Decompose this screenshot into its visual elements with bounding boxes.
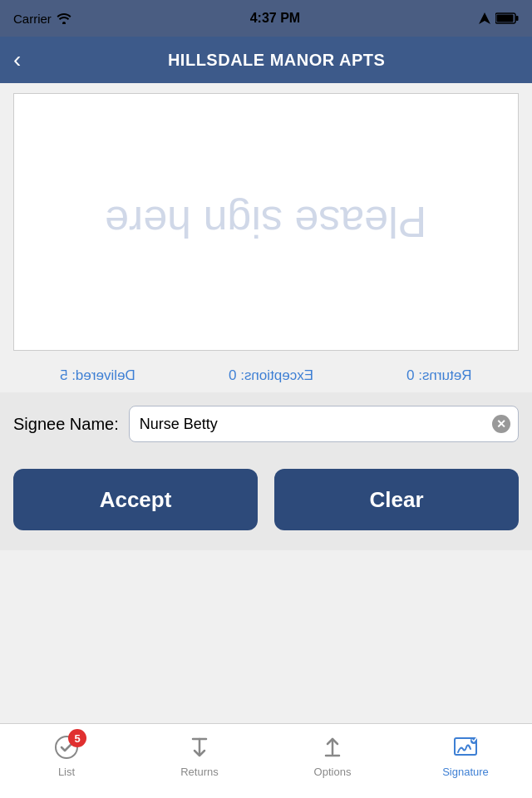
carrier-text: Carrier xyxy=(13,12,52,26)
signee-clear-icon[interactable]: ✕ xyxy=(492,415,510,433)
signature-canvas[interactable]: Please sign here xyxy=(13,93,519,351)
signature-placeholder: Please sign here xyxy=(105,197,426,247)
signature-tab-icon-wrap xyxy=(451,732,480,762)
options-tab-icon-wrap xyxy=(318,732,347,762)
returns-tab-icon-wrap xyxy=(185,732,214,762)
delivered-stat: Delivered: 5 xyxy=(60,367,135,384)
list-tab-icon-wrap: 5 xyxy=(52,732,81,762)
svg-rect-2 xyxy=(516,16,519,21)
tab-options[interactable]: Options xyxy=(266,732,399,778)
status-bar-time: 4:37 PM xyxy=(250,11,300,26)
accept-button[interactable]: Accept xyxy=(13,469,258,530)
signee-name-input[interactable] xyxy=(129,406,519,442)
nav-bar: ‹ HILLSDALE MANOR APTS xyxy=(0,37,532,83)
tab-returns[interactable]: Returns xyxy=(133,732,266,778)
signature-icon xyxy=(452,734,479,761)
tab-signature[interactable]: Signature xyxy=(399,732,532,778)
signee-input-wrapper: ✕ xyxy=(129,406,519,442)
stats-row: Delivered: 5 Exceptions: 0 Returns: 0 xyxy=(0,361,532,391)
main-content: Please sign here Delivered: 5 Exceptions… xyxy=(0,83,532,723)
returns-tab-label: Returns xyxy=(180,766,219,778)
signature-tab-label: Signature xyxy=(442,766,489,778)
battery-icon xyxy=(495,12,519,24)
returns-stat: Returns: 0 xyxy=(406,367,471,384)
tab-bar: 5 List Returns Options xyxy=(0,723,532,798)
signee-section: Signee Name: ✕ xyxy=(0,392,532,456)
action-buttons: Accept Clear xyxy=(0,456,532,550)
exceptions-stat: Exceptions: 0 xyxy=(229,367,313,384)
content-spacer xyxy=(0,550,532,723)
tab-list[interactable]: 5 List xyxy=(0,732,133,778)
svg-point-0 xyxy=(62,22,66,24)
nav-title: HILLSDALE MANOR APTS xyxy=(34,51,519,70)
status-bar: Carrier 4:37 PM xyxy=(0,0,532,37)
options-tab-label: Options xyxy=(314,766,352,778)
status-bar-right xyxy=(479,12,519,24)
list-tab-label: List xyxy=(58,766,75,778)
options-icon xyxy=(319,734,346,761)
clear-button[interactable]: Clear xyxy=(274,469,519,530)
status-bar-left: Carrier xyxy=(13,12,71,26)
back-button[interactable]: ‹ xyxy=(13,48,21,71)
signee-label: Signee Name: xyxy=(13,415,119,434)
svg-rect-3 xyxy=(497,15,514,22)
wifi-icon xyxy=(57,12,71,24)
location-icon xyxy=(479,12,490,24)
returns-icon xyxy=(186,734,213,761)
list-badge: 5 xyxy=(68,729,86,747)
